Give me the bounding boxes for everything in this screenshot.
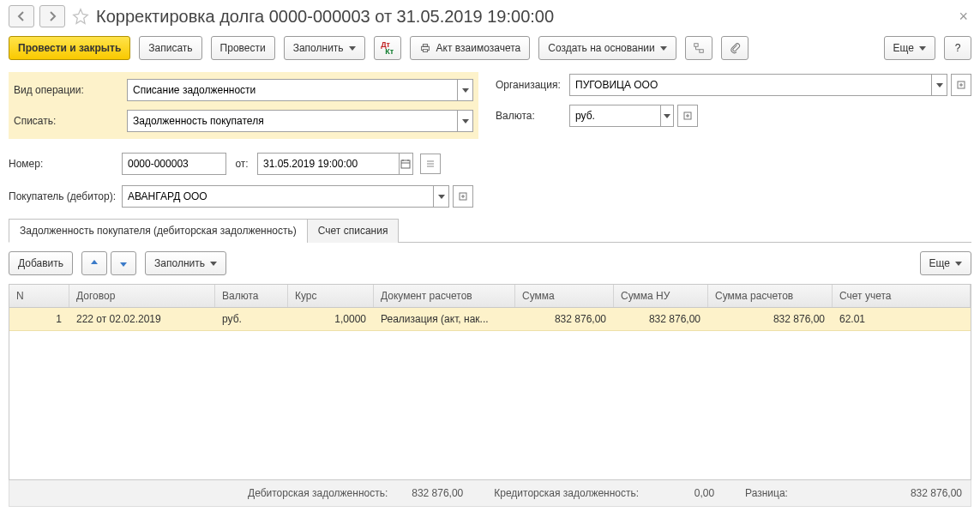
chevron-down-icon [919,46,926,51]
move-up-button[interactable] [81,251,107,275]
date-extra-button[interactable] [420,154,441,174]
date-input[interactable] [258,154,399,174]
cell-sum: 832 876,00 [515,308,614,330]
debit-total-value: 832 876,00 [394,487,463,499]
buyer-open-button[interactable] [453,185,473,208]
help-button[interactable]: ? [944,36,971,60]
op-type-select[interactable] [127,79,473,101]
svg-rect-1 [423,45,427,47]
buyer-select[interactable] [122,185,449,208]
buyer-input[interactable] [123,186,433,207]
favorite-star-icon[interactable] [72,8,89,25]
save-label: Записать [148,42,192,54]
svg-rect-3 [694,44,697,47]
number-field[interactable] [122,153,226,175]
svg-rect-7 [401,160,410,168]
chevron-down-icon [955,262,962,266]
cell-doc: Реализация (акт, нак... [374,308,515,330]
col-sum-r[interactable]: Сумма расчетов [708,285,833,307]
op-type-dropdown-toggle[interactable] [457,80,472,100]
buyer-label: Покупатель (дебитор): [9,190,122,202]
cell-sum-r: 832 876,00 [708,308,833,330]
col-n[interactable]: N [9,285,69,307]
org-dropdown-toggle[interactable] [931,75,947,95]
tab-debt[interactable]: Задолженность покупателя (дебиторская за… [9,219,308,243]
calendar-icon [400,159,411,169]
move-down-button[interactable] [111,251,136,275]
diff-total-value: 832 876,00 [795,487,962,499]
tab-fill-dropdown-button[interactable]: Заполнить [145,251,226,275]
chevron-down-icon [349,46,356,51]
org-label: Организация: [496,79,569,91]
act-label: Акт взаимозачета [436,42,521,54]
attach-button[interactable] [721,36,749,60]
diff-total-label: Разница: [745,487,788,499]
post-and-close-label: Провести и закрыть [18,42,121,54]
nav-back-button[interactable] [9,5,34,27]
col-currency[interactable]: Валюта [215,285,288,307]
tab-fill-label: Заполнить [154,257,205,269]
number-input[interactable] [123,154,225,174]
currency-label: Валюта: [496,110,569,122]
list-icon [425,159,436,169]
currency-input[interactable] [570,105,660,126]
col-contract[interactable]: Договор [69,285,215,307]
add-row-button[interactable]: Добавить [9,251,73,275]
number-label: Номер: [9,158,122,170]
open-icon [683,111,692,120]
add-row-label: Добавить [18,257,63,269]
chevron-down-icon [438,195,445,199]
create-based-label: Создать на основании [548,42,655,54]
post-button[interactable]: Провести [211,36,275,60]
structure-icon [693,42,705,54]
col-account[interactable]: Счет учета [833,285,971,307]
tab-debt-label: Задолженность покупателя (дебиторская за… [20,225,297,237]
col-rate[interactable]: Курс [288,285,374,307]
chevron-down-icon [660,46,667,51]
arrow-up-icon [89,258,99,268]
op-type-input[interactable] [128,80,457,100]
currency-open-button[interactable] [677,105,698,127]
date-picker-toggle[interactable] [399,154,412,174]
cell-account: 62.01 [833,308,971,330]
col-doc[interactable]: Документ расчетов [374,285,515,307]
dtkt-button[interactable]: Дт Кт [374,36,401,60]
cell-rate: 1,0000 [288,308,374,330]
currency-select[interactable] [569,105,674,127]
writeoff-input[interactable] [128,111,457,131]
writeoff-select[interactable] [127,110,473,132]
create-based-dropdown-button[interactable]: Создать на основании [538,36,676,60]
buyer-dropdown-toggle[interactable] [433,186,448,207]
org-select[interactable] [569,74,947,96]
more-label: Еще [893,42,914,54]
tab-account[interactable]: Счет списания [307,219,400,243]
cell-currency: руб. [215,308,288,330]
credit-total-label: Кредиторская задолженность: [494,487,639,499]
more-dropdown-button[interactable]: Еще [884,36,935,60]
close-button[interactable]: × [955,8,971,26]
org-open-button[interactable] [951,74,971,96]
open-icon [459,192,467,201]
fill-dropdown-button[interactable]: Заполнить [284,36,365,60]
tab-more-dropdown-button[interactable]: Еще [920,251,971,275]
svg-rect-4 [700,50,703,53]
link-button[interactable] [685,36,712,60]
table-row[interactable]: 1 222 от 02.02.2019 руб. 1,0000 Реализац… [9,308,971,331]
col-sum-nu[interactable]: Сумма НУ [614,285,708,307]
writeoff-dropdown-toggle[interactable] [457,111,472,131]
paperclip-icon [729,42,741,54]
nav-forward-button[interactable] [39,5,65,27]
cell-sum-nu: 832 876,00 [614,308,708,330]
date-field[interactable] [257,153,413,175]
act-button[interactable]: Акт взаимозачета [410,36,531,60]
dtkt-icon: Дт Кт [381,41,394,55]
currency-dropdown-toggle[interactable] [660,105,673,126]
chevron-down-icon [462,119,469,123]
save-button[interactable]: Записать [139,36,201,60]
org-input[interactable] [570,75,931,95]
post-and-close-button[interactable]: Провести и закрыть [9,36,130,60]
fill-label: Заполнить [293,42,344,54]
credit-total-value: 0,00 [646,487,714,499]
col-sum[interactable]: Сумма [515,285,614,307]
svg-rect-2 [423,50,427,52]
